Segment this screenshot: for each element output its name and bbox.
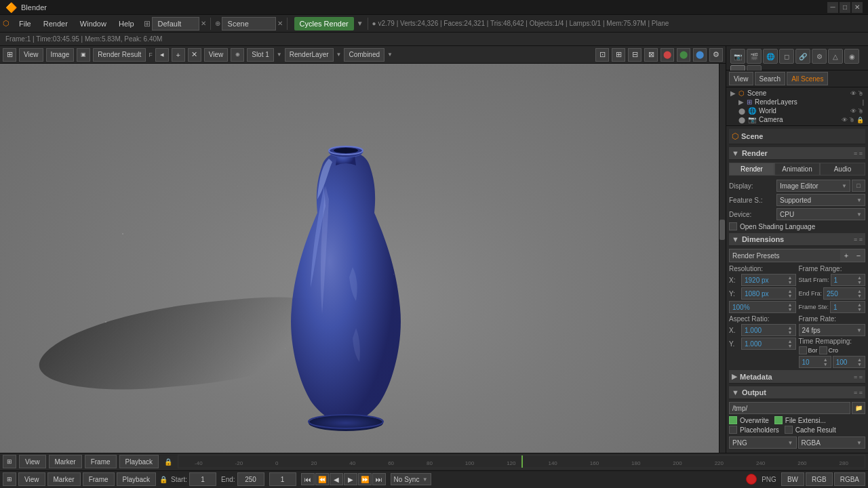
output-section-menu[interactable]: = = (854, 389, 863, 396)
next-frame-btn[interactable]: ⏩ (358, 473, 372, 485)
marker-btn-transport[interactable]: Marker (47, 472, 81, 486)
end-num-field[interactable]: 250 (237, 472, 264, 486)
combined-selector[interactable]: Combined (344, 48, 384, 62)
cache-result-checkbox[interactable] (785, 426, 793, 434)
frame-btn-transport[interactable]: Frame (83, 472, 115, 486)
placeholders-checkbox[interactable] (729, 426, 737, 434)
help-menu[interactable]: Help (113, 18, 140, 29)
timeline-mode-icon[interactable]: ⊞ (3, 455, 16, 468)
close-button[interactable]: ✕ (852, 2, 863, 13)
start-num-field[interactable]: 1 (189, 472, 216, 486)
osl-checkbox[interactable] (729, 222, 737, 230)
all-scenes-btn[interactable]: All Scenes (787, 72, 828, 85)
slot-remove[interactable]: ✕ (188, 48, 201, 62)
slot-prev[interactable]: ◂ (155, 48, 169, 62)
timeline-ruler[interactable]: -40-2002040 6080100120140 16018020022024… (178, 455, 865, 468)
view-mode-toggle[interactable]: ⊕ (231, 48, 244, 62)
record-btn[interactable] (746, 474, 757, 485)
metadata-section-header[interactable]: ▶ Metadata = = (729, 370, 865, 384)
prop-scene-icon[interactable]: 🎬 (747, 49, 762, 64)
engine-selector[interactable]: Cycles Render (294, 17, 354, 30)
frame-step-field[interactable]: 1 ▲▼ (830, 301, 865, 313)
scrollbar-thumb[interactable] (719, 220, 725, 240)
res-x-field[interactable]: 1920 px ▲▼ (741, 274, 796, 286)
file-ext-checkbox[interactable] (774, 416, 783, 424)
view-mode-icon[interactable]: ⊞ (3, 48, 16, 62)
view-menu-btn[interactable]: View (19, 48, 43, 62)
render-menu[interactable]: Render (38, 18, 73, 29)
overwrite-checkbox[interactable] (729, 416, 737, 424)
prop-render-icon[interactable]: 📷 (730, 49, 745, 64)
render-section-header[interactable]: ▼ Render = = (729, 147, 865, 160)
render-result-label[interactable]: Render Result (93, 48, 146, 62)
outliner-item-camera[interactable]: ⬤ 📷 Camera 👁 🖱 🔒 (728, 115, 867, 124)
end-frame-field[interactable]: 250 ▲▼ (823, 287, 865, 300)
prev-frame-btn[interactable]: ⏪ (315, 473, 329, 485)
sync-selector[interactable]: No Sync ▼ (391, 473, 431, 485)
render-icon[interactable]: ⬤ (660, 48, 674, 62)
remap-new-field[interactable]: 100 ▲▼ (833, 356, 865, 368)
res-pct-field[interactable]: 100% ▲▼ (729, 301, 796, 313)
filter-icon[interactable]: ⊠ (644, 48, 658, 62)
presets-remove-btn[interactable]: − (852, 249, 865, 262)
presets-add-btn[interactable]: + (840, 249, 852, 262)
slot-dropdown-arrow[interactable]: ▼ (277, 52, 282, 58)
prop-data-icon[interactable]: △ (828, 49, 843, 64)
bw-mode-btn[interactable]: BW (781, 472, 804, 486)
playback-btn-transport[interactable]: Playback (117, 472, 157, 486)
rgb-mode-btn[interactable]: RGB (806, 472, 833, 486)
color-mode-selector[interactable]: RGBA ▼ (798, 436, 866, 449)
tab-render[interactable]: Render (729, 163, 774, 176)
start-frame-field[interactable]: 1 ▲▼ (831, 274, 865, 286)
timeline-view-btn[interactable]: View (19, 455, 46, 468)
output-path-field[interactable]: /tmp/ (729, 402, 850, 414)
audio-icon[interactable]: ⬤ (693, 48, 707, 62)
rgba-mode-btn[interactable]: RGBA (834, 472, 865, 486)
prop-material-icon[interactable]: ◉ (844, 49, 859, 64)
current-frame-field[interactable]: 1 (269, 472, 296, 486)
fps-selector[interactable]: 24 fps ▼ (799, 324, 866, 336)
viewport-scrollbar[interactable] (719, 64, 726, 453)
search-btn-outliner[interactable]: Search (755, 72, 786, 85)
jump-end-btn[interactable]: ⏭ (372, 473, 386, 485)
aspect-x-field[interactable]: 1.000 ▲▼ (741, 324, 796, 336)
timeline-frame-btn[interactable]: Frame (85, 455, 117, 468)
metadata-section-menu[interactable]: = = (854, 373, 863, 380)
anim-icon[interactable]: ⬤ (677, 48, 690, 62)
view-btn[interactable]: View (204, 48, 229, 62)
bor-checkbox[interactable] (799, 346, 807, 354)
play-btn[interactable]: ▶ (344, 473, 357, 485)
f-label[interactable]: F (149, 52, 153, 58)
render-layer-selector[interactable]: RenderLayer (285, 48, 334, 62)
remap-old-field[interactable]: 10 ▲▼ (799, 356, 831, 368)
file-menu[interactable]: File (14, 18, 37, 29)
timeline-playback-btn[interactable]: Playback (119, 455, 159, 468)
timeline-marker-btn[interactable]: Marker (49, 455, 82, 468)
outliner-item-scene[interactable]: ▶ ⬡ Scene 👁 🖱 (728, 89, 867, 98)
play-reverse-btn[interactable]: ◀ (330, 473, 343, 485)
format-selector[interactable]: PNG ▼ (729, 436, 797, 449)
outliner-item-renderlayers[interactable]: ▶ ⊞ RenderLayers | (728, 98, 867, 106)
view-btn-outliner[interactable]: View (729, 72, 753, 85)
render-section-menu[interactable]: = = (854, 150, 863, 157)
scope-icon[interactable]: ⊟ (628, 48, 642, 62)
outliner-item-world[interactable]: ⬤ 🌐 World 👁 🖱 (728, 106, 867, 115)
maximize-button[interactable]: □ (840, 2, 850, 13)
layer-dropdown-arrow[interactable]: ▼ (336, 52, 342, 58)
view-type-icon[interactable]: ⊞ (3, 472, 16, 486)
prop-constraints-icon[interactable]: 🔗 (795, 49, 810, 64)
output-folder-btn[interactable]: 📁 (852, 402, 865, 414)
prop-world-icon[interactable]: 🌐 (763, 49, 778, 64)
res-y-field[interactable]: 1080 px ▲▼ (741, 287, 796, 300)
minimize-button[interactable]: ─ (827, 2, 838, 13)
display-dropdown[interactable]: Image Editor ▼ (776, 180, 850, 192)
prop-object-icon[interactable]: ◻ (779, 49, 794, 64)
combined-dropdown-arrow[interactable]: ▼ (387, 52, 393, 58)
settings-icon[interactable]: ⚙ (709, 48, 723, 62)
channels-icon[interactable]: ⊞ (612, 48, 625, 62)
tab-animation[interactable]: Animation (774, 163, 820, 176)
display-toggle-btn[interactable]: □ (852, 180, 865, 192)
device-dropdown[interactable]: CPU ▼ (776, 208, 865, 220)
zoom-fit-icon[interactable]: ⊡ (595, 48, 609, 62)
dimensions-section-header[interactable]: ▼ Dimensions = = (729, 233, 865, 246)
